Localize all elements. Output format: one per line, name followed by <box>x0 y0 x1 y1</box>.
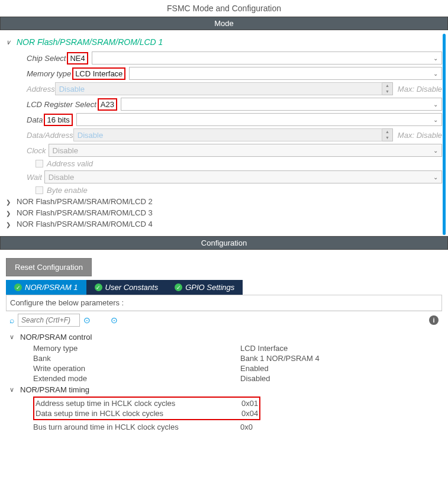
scrollbar-thumb[interactable] <box>443 34 446 235</box>
check-icon: ✓ <box>14 283 22 291</box>
config-row[interactable]: Write operation Enabled <box>33 364 439 373</box>
data-address-value: Disable <box>73 128 382 141</box>
memory-type-highlight: LCD Interface <box>72 67 125 80</box>
next-icon[interactable]: ⊙ <box>111 315 118 325</box>
config-key: Data setup time in HCLK clock cycles <box>36 409 241 418</box>
timing-section-title: NOR/PSRAM timing <box>20 385 89 394</box>
config-prompt: Configure the below parameters : <box>7 295 441 311</box>
spinner-buttons: ▲▼ <box>382 82 393 95</box>
section-3-title: NOR Flash/PSRAM/SRAM/ROM/LCD 3 <box>17 208 153 217</box>
config-row[interactable]: Bus turn around time in HCLK clock cycle… <box>33 423 439 431</box>
chevron-right-icon <box>6 221 13 228</box>
check-icon: ✓ <box>175 283 182 291</box>
section-4-title: NOR Flash/PSRAM/SRAM/ROM/LCD 4 <box>17 220 153 228</box>
config-key: Extended mode <box>33 374 240 383</box>
config-row[interactable]: Memory type LCD Interface <box>33 344 439 353</box>
tab-label: NOR/PSRAM 1 <box>25 283 78 292</box>
chip-select-dropdown[interactable]: ⌄ <box>92 51 442 65</box>
section-3-header[interactable]: NOR Flash/PSRAM/SRAM/ROM/LCD 3 <box>6 208 442 217</box>
clock-label: Clock <box>27 146 46 155</box>
chip-select-label: Chip Select <box>27 54 66 63</box>
config-value: 0x04 <box>241 409 258 418</box>
config-value: Enabled <box>240 364 269 373</box>
data-label: Data <box>27 115 43 124</box>
config-sections: NOR/PSRAM control Memory type LCD Interf… <box>6 329 442 434</box>
chevron-down-icon: ⌄ <box>433 70 438 77</box>
section-2-header[interactable]: NOR Flash/PSRAM/SRAM/ROM/LCD 2 <box>6 197 442 206</box>
address-valid-label: Address valid <box>47 159 93 168</box>
tab-user-constants[interactable]: ✓ User Constants <box>86 280 167 295</box>
chip-select-highlight: NE4 <box>67 52 88 65</box>
prev-icon[interactable]: ⊙ <box>83 315 91 325</box>
config-key: Bank <box>33 354 240 363</box>
reset-configuration-button[interactable]: Reset Configuration <box>6 258 92 276</box>
control-section-title: NOR/PSRAM control <box>20 333 92 341</box>
configuration-panel: Reset Configuration ✓ NOR/PSRAM 1 ✓ User… <box>0 250 448 439</box>
chevron-right-icon <box>6 210 13 217</box>
chevron-down-icon: ⌄ <box>433 147 438 154</box>
config-row[interactable]: Bank Bank 1 NOR/PSRAM 4 <box>33 354 439 363</box>
timing-highlight-group: Address setup time in HCLK clock cycles … <box>33 397 260 420</box>
chevron-down-icon <box>6 38 13 46</box>
control-section-header[interactable]: NOR/PSRAM control <box>9 333 439 341</box>
chevron-down-icon <box>9 386 17 394</box>
section-4-header[interactable]: NOR Flash/PSRAM/SRAM/ROM/LCD 4 <box>6 220 442 228</box>
config-row[interactable]: Address setup time in HCLK clock cycles … <box>34 399 259 408</box>
section-1-header[interactable]: NOR Flash/PSRAM/SRAM/ROM/LCD 1 <box>6 37 442 47</box>
address-max-label: Max: Disable <box>398 85 442 94</box>
address-label: Address <box>27 85 55 94</box>
address-valid-checkbox <box>36 160 43 167</box>
memory-type-label: Memory type <box>27 69 71 78</box>
config-value: LCD Interface <box>240 344 288 353</box>
page-title: FSMC Mode and Configuration <box>0 0 448 17</box>
config-key: Address setup time in HCLK clock cycles <box>36 399 241 408</box>
chevron-down-icon: ⌄ <box>433 101 438 108</box>
address-spinner: Disable ▲▼ <box>55 82 393 95</box>
config-value: Disabled <box>240 374 270 383</box>
config-row[interactable]: Extended mode Disabled <box>33 374 439 383</box>
config-key: Memory type <box>33 344 240 353</box>
config-body: Configure the below parameters : <box>6 295 442 311</box>
tab-gpio-settings[interactable]: ✓ GPIO Settings <box>166 280 243 295</box>
data-address-max-label: Max: Disable <box>398 131 442 140</box>
config-value: 0x01 <box>241 399 258 408</box>
tab-label: User Constants <box>105 283 159 292</box>
chevron-down-icon: ⌄ <box>433 174 438 181</box>
address-value: Disable <box>55 82 382 95</box>
section-1-title: NOR Flash/PSRAM/SRAM/ROM/LCD 1 <box>17 37 163 47</box>
lcd-register-highlight: A23 <box>98 98 117 111</box>
chevron-down-icon: ⌄ <box>433 55 438 62</box>
memory-type-dropdown[interactable]: ⌄ <box>129 67 442 80</box>
config-value: 0x0 <box>240 423 253 431</box>
section-2-title: NOR Flash/PSRAM/SRAM/ROM/LCD 2 <box>17 197 153 206</box>
chevron-down-icon: ⌄ <box>433 117 438 123</box>
config-key: Write operation <box>33 364 240 373</box>
spinner-buttons: ▲▼ <box>382 128 393 141</box>
config-value: Bank 1 NOR/PSRAM 4 <box>240 354 320 363</box>
byte-enable-checkbox <box>36 186 43 194</box>
search-icon: ⌕ <box>9 315 14 325</box>
config-key: Bus turn around time in HCLK clock cycle… <box>33 423 240 431</box>
tab-nor-psram-1[interactable]: ✓ NOR/PSRAM 1 <box>6 280 86 295</box>
check-icon: ✓ <box>95 283 102 291</box>
mode-panel: NOR Flash/PSRAM/SRAM/ROM/LCD 1 Chip Sele… <box>0 30 448 236</box>
tab-label: GPIO Settings <box>185 283 234 292</box>
data-dropdown[interactable]: ⌄ <box>76 113 442 126</box>
info-icon[interactable]: i <box>429 315 439 325</box>
wait-dropdown: Disable ⌄ <box>44 170 442 183</box>
wait-value: Disable <box>49 173 74 182</box>
byte-enable-label: Byte enable <box>47 186 88 195</box>
config-row[interactable]: Data setup time in HCLK clock cycles 0x0… <box>34 409 259 418</box>
wait-label: Wait <box>27 173 42 182</box>
configuration-header: Configuration <box>0 236 448 250</box>
timing-section-header[interactable]: NOR/PSRAM timing <box>9 385 439 394</box>
lcd-register-dropdown[interactable]: ⌄ <box>121 98 442 111</box>
tabs: ✓ NOR/PSRAM 1 ✓ User Constants ✓ GPIO Se… <box>6 280 442 295</box>
data-highlight: 16 bits <box>44 114 72 126</box>
search-input[interactable] <box>18 314 80 327</box>
lcd-register-label: LCD Register Select <box>27 100 96 109</box>
chevron-down-icon <box>9 333 17 341</box>
chevron-right-icon <box>6 198 13 205</box>
search-row: ⌕ ⊙ ⊙ i <box>6 311 442 329</box>
clock-value: Disable <box>53 146 78 155</box>
